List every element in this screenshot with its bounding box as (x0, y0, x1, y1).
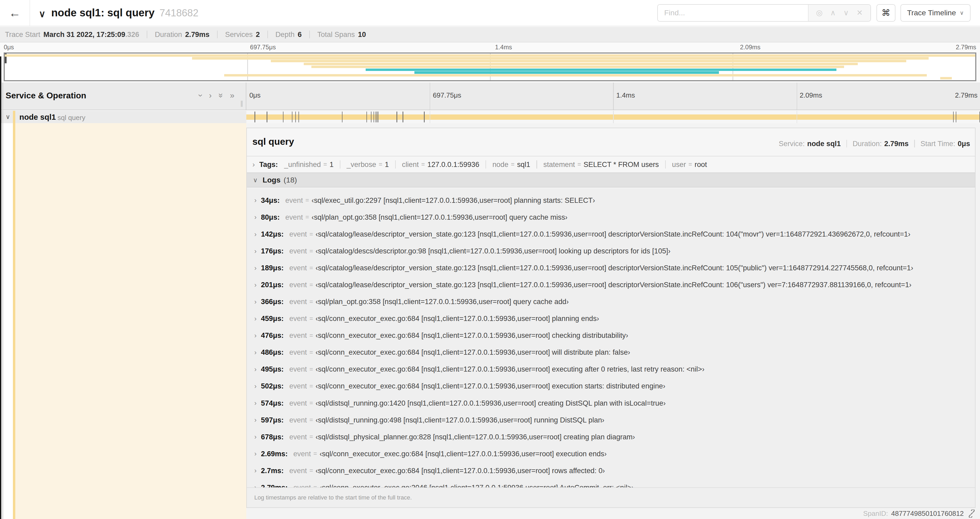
duration-label: Duration: (853, 139, 882, 148)
log-marker-tick (402, 112, 403, 122)
log-timestamp: 486μs: (261, 348, 283, 356)
back-arrow-icon: ← (9, 6, 21, 20)
log-row[interactable]: ›574μs:event=‹sql/distsql_running.go:142… (247, 394, 975, 411)
log-row[interactable]: ›34μs:event=‹sql/exec_util.go:2297 [nsql… (247, 192, 975, 209)
meta-value: 2 (256, 30, 260, 39)
column-resizer-grip[interactable]: ∥ (240, 100, 244, 107)
log-row[interactable]: ›459μs:event=‹sql/conn_executor_exec.go:… (247, 310, 975, 327)
log-event-key: event (289, 416, 307, 424)
minimap-canvas[interactable] (4, 53, 976, 81)
tags-label: Tags: (259, 160, 278, 169)
next-result-icon[interactable]: ∨ (843, 8, 849, 17)
focus-icon[interactable]: ◎ (816, 8, 823, 17)
chevron-down-icon: ∨ (960, 10, 964, 16)
chevron-down-icon[interactable]: ∨ (6, 113, 10, 121)
trace-id: 7418682 (160, 7, 199, 19)
log-event-value: ‹sql/distsql_physical_planner.go:828 [ns… (316, 433, 635, 441)
expand-all-icon[interactable]: » (230, 91, 234, 100)
tag-key: statement (544, 160, 575, 169)
search-input[interactable] (658, 5, 808, 21)
service-operation-title: Service & Operation (6, 91, 86, 101)
span-row-timeline[interactable] (246, 111, 980, 123)
expand-one-icon[interactable]: › (209, 91, 212, 100)
collapse-all-icon[interactable]: » (216, 93, 226, 97)
chevron-right-icon: › (254, 196, 256, 204)
clear-search-icon[interactable]: ✕ (856, 8, 863, 17)
chevron-right-icon: › (254, 365, 256, 374)
log-row[interactable]: ›2.69ms:event=‹sql/conn_executor_exec.go… (247, 446, 975, 462)
panel-edge-line (2, 83, 3, 519)
log-row[interactable]: ›80μs:event=‹sql/plan_opt.go:358 [nsql1,… (247, 209, 975, 226)
log-marker-tick (396, 112, 397, 122)
tag-key: user (672, 160, 686, 169)
equals-sign: = (313, 450, 317, 457)
log-row[interactable]: ›678μs:event=‹sql/distsql_physical_plann… (247, 428, 975, 446)
trace-meta-bar: Trace StartMarch 31 2022, 17:25:09.326Du… (0, 27, 980, 43)
ruler-tick-label: 1.4ms (613, 91, 635, 99)
log-event-key: event (289, 247, 307, 255)
log-row[interactable]: ›189μs:event=‹sql/catalog/lease/descript… (247, 260, 975, 276)
minimap-span-bar (312, 65, 844, 68)
chevron-right-icon: › (254, 332, 256, 340)
chevron-right-icon: › (254, 416, 256, 424)
keyboard-shortcuts-button[interactable]: ⌘ (877, 4, 895, 22)
log-row[interactable]: ›366μs:event=‹sql/plan_opt.go:358 [nsql1… (247, 293, 975, 310)
log-timestamp: 2.79ms: (261, 484, 288, 488)
log-marker-tick (424, 112, 425, 122)
log-event-key: event (289, 297, 307, 306)
log-event-value: ‹sql/conn_executor_exec.go:684 [nsql1,cl… (316, 365, 705, 374)
equals-sign: = (511, 161, 514, 168)
log-marker-tick (295, 112, 296, 122)
trace-view-dropdown-label: Trace Timeline (907, 8, 956, 17)
log-marker-tick (292, 112, 293, 122)
span-id-row: SpanID: 4877749850101760812 (863, 508, 976, 519)
log-row[interactable]: ›2.7ms:event=‹sql/conn_executor_exec.go:… (247, 462, 975, 479)
collapse-one-icon[interactable]: › (196, 94, 205, 97)
equals-sign: = (313, 484, 317, 487)
log-timestamp: 495μs: (261, 365, 283, 374)
log-row[interactable]: ›2.79ms:event=‹sql/conn_executor_exec.go… (247, 479, 975, 488)
log-marker-tick (377, 112, 378, 122)
log-event-key: event (289, 348, 307, 356)
log-event-key: event (289, 281, 307, 289)
back-button[interactable]: ← (0, 0, 30, 26)
span-row[interactable]: ∨ node sql1 sql query (0, 111, 980, 123)
log-row[interactable]: ›201μs:event=‹sql/catalog/lease/descript… (247, 276, 975, 293)
page-title: node sql1: sql query (51, 6, 154, 19)
trace-meta-item: Depth6 (260, 30, 302, 39)
log-timestamp: 142μs: (261, 230, 283, 238)
log-row[interactable]: ›476μs:event=‹sql/conn_executor_exec.go:… (247, 327, 975, 344)
log-event-key: event (289, 315, 307, 323)
log-row[interactable]: ›142μs:event=‹sql/catalog/lease/descript… (247, 226, 975, 243)
minimap-span-bar (192, 57, 929, 59)
tags-accordion[interactable]: › Tags: _unfinished=1_verbose=1client=12… (247, 156, 975, 173)
log-row[interactable]: ›495μs:event=‹sql/conn_executor_exec.go:… (247, 361, 975, 378)
equals-sign: = (309, 383, 313, 390)
trace-view-dropdown[interactable]: Trace Timeline ∨ (900, 4, 971, 22)
ruler-gridline (430, 83, 430, 109)
trace-title-group[interactable]: ∨ node sql1: sql query 7418682 (39, 6, 198, 19)
equals-sign: = (309, 265, 313, 271)
log-event-value: ‹sql/conn_executor_exec.go:684 [nsql1,cl… (320, 450, 607, 458)
log-row[interactable]: ›486μs:event=‹sql/conn_executor_exec.go:… (247, 344, 975, 361)
meta-value: March 31 2022, 17:25:09 (43, 30, 126, 39)
logs-accordion-header[interactable]: ∨ Logs (18) (247, 172, 975, 187)
meta-value-suffix: .326 (125, 30, 139, 39)
prev-result-icon[interactable]: ∧ (830, 8, 836, 17)
minimap-span-bar (5, 54, 975, 57)
span-row-name-column[interactable]: ∨ node sql1 sql query (0, 111, 246, 123)
find-group: ◎ ∧ ∨ ✕ (657, 4, 871, 22)
log-event-value: ‹sql/plan_opt.go:358 [nsql1,client=127.0… (316, 297, 569, 306)
log-marker-tick (342, 112, 342, 122)
log-timestamp: 502μs: (261, 382, 283, 390)
link-icon[interactable] (967, 509, 976, 518)
minimap-tick-label: 0μs (4, 44, 14, 51)
meta-label: Trace Start (5, 30, 40, 39)
log-event-key: event (289, 264, 307, 272)
log-row[interactable]: ›176μs:event=‹sql/catalog/descs/descript… (247, 243, 975, 260)
equals-sign: = (309, 433, 313, 441)
log-row[interactable]: ›502μs:event=‹sql/conn_executor_exec.go:… (247, 378, 975, 394)
log-row[interactable]: ›597μs:event=‹sql/distsql_running.go:498… (247, 412, 975, 428)
meta-value: 6 (298, 30, 302, 39)
log-event-value: ‹sql/distsql_running.go:1420 [nsql1,clie… (316, 399, 666, 407)
